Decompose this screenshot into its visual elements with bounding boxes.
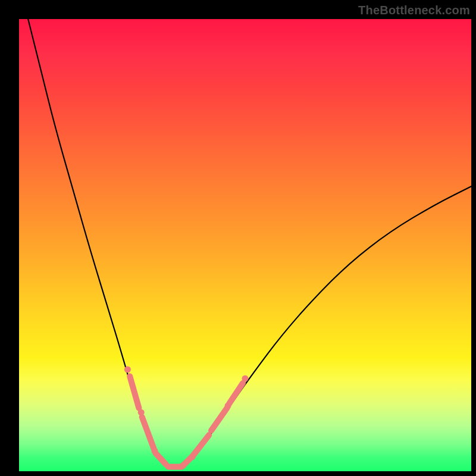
marker-dot: [189, 453, 196, 460]
marker-segment: [156, 453, 167, 465]
marker-segment: [130, 376, 139, 408]
marker-segment: [211, 408, 227, 431]
marker-dot: [138, 409, 145, 416]
marker-dot: [225, 402, 231, 409]
marker-segment: [229, 383, 243, 403]
marker-dot: [152, 447, 158, 454]
marker-dot: [242, 375, 249, 382]
chart-frame: TheBottleneck.com: [0, 0, 476, 476]
plot-area: [19, 19, 471, 471]
marker-segment: [142, 417, 154, 449]
bottleneck-curve: [28, 19, 471, 468]
curve-svg: [19, 19, 471, 471]
marker-segments: [130, 376, 243, 466]
marker-segment: [193, 435, 209, 455]
marker-dot: [124, 367, 131, 373]
marker-dot: [180, 462, 186, 469]
watermark-text: TheBottleneck.com: [358, 4, 470, 17]
